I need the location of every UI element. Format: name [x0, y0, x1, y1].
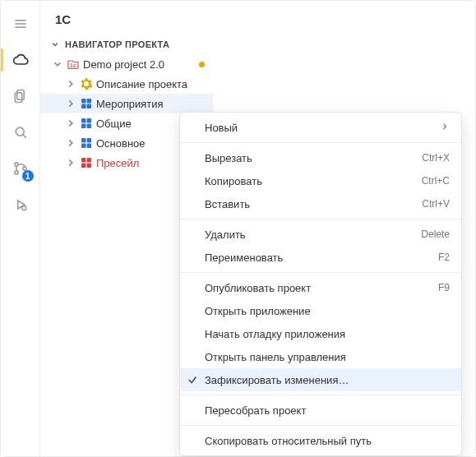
svg-line-6: [22, 135, 25, 138]
svg-rect-28: [87, 164, 92, 168]
svg-text:1c: 1c: [70, 62, 76, 68]
context-menu: НовыйВырезатьCtrl+XКопироватьCtrl+CВстав…: [179, 112, 462, 456]
cube-red-icon: [80, 156, 93, 169]
chevron-right-icon: [65, 157, 76, 168]
svg-rect-24: [87, 144, 92, 149]
context-menu-item[interactable]: УдалитьDelete: [180, 223, 461, 246]
context-menu-item[interactable]: КопироватьCtrl+C: [180, 169, 461, 192]
svg-rect-14: [87, 99, 92, 104]
context-menu-separator: [180, 425, 461, 426]
context-menu-separator: [180, 219, 461, 219]
context-menu-item[interactable]: Пересобрать проект: [180, 399, 461, 422]
chevron-right-icon: [65, 137, 76, 149]
context-menu-item-shortcut: Delete: [421, 228, 450, 240]
svg-rect-27: [81, 164, 86, 168]
context-menu-separator: [180, 142, 461, 143]
cube-blue-icon: [80, 136, 93, 150]
files-icon[interactable]: [6, 81, 35, 111]
svg-rect-19: [81, 124, 86, 129]
svg-rect-13: [81, 99, 86, 104]
cube-blue-icon: [80, 117, 93, 130]
context-menu-item[interactable]: Начать отладку приложения: [180, 322, 461, 345]
tree-item-label: Описание проекта: [96, 78, 187, 90]
context-menu-item[interactable]: Открыть приложение: [180, 299, 461, 322]
context-menu-item[interactable]: Опубликовать проектF9: [180, 276, 461, 299]
context-menu-item-label: Опубликовать проект: [205, 282, 311, 294]
search-icon[interactable]: [6, 118, 35, 147]
debug-icon[interactable]: [6, 190, 35, 219]
context-menu-separator: [180, 395, 461, 395]
context-menu-item[interactable]: Новый: [180, 116, 461, 139]
context-menu-item-shortcut: Ctrl+V: [422, 198, 450, 210]
menu-icon[interactable]: [6, 9, 35, 39]
tree-item[interactable]: Описание проекта: [40, 74, 213, 94]
chevron-down-icon: [52, 58, 63, 70]
tree-root[interactable]: 1c Demo project 2.0: [40, 54, 213, 74]
tree-root-label: Demo project 2.0: [83, 58, 164, 71]
chevron-right-icon: [65, 118, 76, 129]
svg-rect-22: [87, 138, 92, 143]
svg-rect-18: [87, 118, 92, 123]
gear-icon: [80, 77, 93, 90]
app-title: 1C: [40, 7, 213, 36]
svg-rect-26: [87, 158, 92, 163]
tree-item-label: Пресейл: [96, 157, 139, 169]
context-menu-item[interactable]: ВставитьCtrl+V: [180, 192, 461, 215]
context-menu-item-shortcut: Ctrl+X: [422, 152, 450, 164]
cube-blue-icon: [80, 97, 93, 110]
svg-rect-21: [81, 138, 86, 143]
source-control-badge: 1: [22, 170, 34, 182]
context-menu-item[interactable]: Скопировать относительный путь: [180, 429, 461, 452]
svg-rect-20: [87, 124, 92, 129]
svg-point-7: [14, 163, 17, 166]
tree-item[interactable]: Мероприятия: [40, 94, 213, 113]
context-menu-item-shortcut: F2: [438, 252, 450, 263]
svg-rect-25: [81, 158, 86, 163]
svg-point-5: [16, 127, 24, 136]
context-menu-item-label: Новый: [205, 122, 238, 134]
tree-item-label: Общие: [96, 118, 132, 130]
context-menu-item-label: Удалить: [205, 228, 246, 241]
svg-rect-4: [15, 93, 21, 103]
source-control-icon[interactable]: 1: [6, 154, 35, 183]
context-menu-item-shortcut: F9: [438, 282, 450, 293]
project-icon: 1c: [67, 58, 80, 71]
context-menu-item[interactable]: Зафиксировать изменения…: [180, 368, 461, 391]
context-menu-item-label: Скопировать относительный путь: [205, 435, 372, 447]
svg-rect-15: [81, 104, 86, 109]
context-menu-item-label: Начать отладку приложения: [205, 328, 345, 340]
svg-rect-17: [81, 118, 86, 123]
svg-rect-16: [87, 104, 92, 109]
tree-item-label: Основное: [96, 137, 146, 150]
svg-point-11: [21, 206, 25, 210]
svg-point-8: [14, 171, 17, 174]
context-menu-separator: [180, 272, 461, 273]
context-menu-item-label: Вырезать: [205, 152, 252, 164]
chevron-right-icon: [65, 98, 76, 109]
chevron-down-icon: [50, 39, 60, 49]
context-menu-item-label: Зафиксировать изменения…: [205, 374, 349, 386]
context-menu-item-label: Вставить: [205, 198, 250, 210]
context-menu-item-shortcut: Ctrl+C: [422, 175, 450, 187]
svg-marker-10: [17, 201, 24, 209]
context-menu-item-label: Пересобрать проект: [205, 404, 306, 417]
context-menu-item-label: Открыть панель управления: [205, 351, 346, 363]
context-menu-item[interactable]: Открыть панель управления: [180, 345, 461, 368]
dirty-indicator: [199, 62, 205, 67]
context-menu-item[interactable]: ПереименоватьF2: [180, 246, 461, 269]
cloud-icon[interactable]: [6, 45, 35, 75]
context-menu-item-label: Переименовать: [205, 252, 283, 264]
activity-bar: 1: [1, 1, 40, 456]
check-icon: [187, 374, 198, 385]
navigator-section-header[interactable]: НАВИГАТОР ПРОЕКТА: [40, 36, 213, 53]
navigator-title: НАВИГАТОР ПРОЕКТА: [65, 39, 169, 49]
chevron-right-icon: [440, 122, 450, 134]
tree-item-label: Мероприятия: [96, 98, 164, 110]
chevron-right-icon: [65, 78, 76, 90]
svg-rect-23: [81, 144, 86, 149]
svg-rect-3: [16, 90, 23, 100]
context-menu-item-label: Открыть приложение: [205, 305, 311, 317]
context-menu-item[interactable]: ВырезатьCtrl+X: [180, 146, 461, 169]
context-menu-item-label: Копировать: [205, 175, 262, 187]
